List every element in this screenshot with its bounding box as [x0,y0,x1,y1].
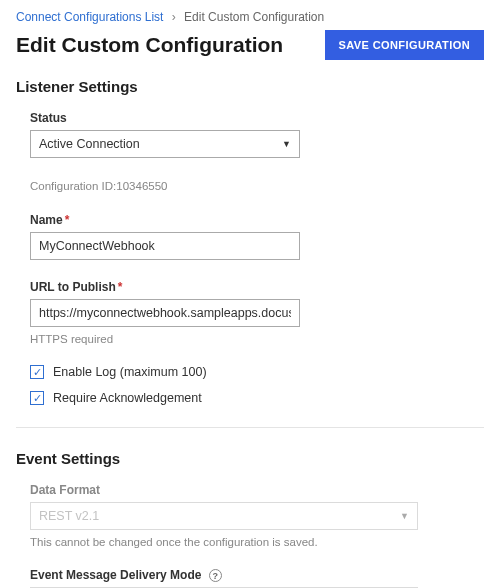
section-divider [16,427,484,428]
status-label: Status [30,111,484,125]
save-configuration-button[interactable]: SAVE CONFIGURATION [325,30,484,60]
enable-log-checkbox[interactable] [30,365,44,379]
event-settings-heading: Event Settings [16,450,484,467]
required-star-icon: * [65,213,70,227]
required-star-icon: * [118,280,123,294]
url-label: URL to Publish* [30,280,484,294]
require-acknowledgement-label: Require Acknowledgement [53,391,202,405]
data-format-label: Data Format [30,483,484,497]
name-label: Name* [30,213,484,227]
listener-settings-heading: Listener Settings [16,78,484,95]
configuration-id-value: 10346550 [116,180,167,192]
name-input[interactable] [30,232,300,260]
breadcrumb-parent-link[interactable]: Connect Configurations List [16,10,163,24]
page-title: Edit Custom Configuration [16,33,283,57]
enable-log-label: Enable Log (maximum 100) [53,365,207,379]
status-select[interactable]: Active Connection [30,130,300,158]
breadcrumb: Connect Configurations List › Edit Custo… [16,10,484,24]
data-format-select: REST v2.1 [30,502,418,530]
url-helper-text: HTTPS required [30,333,484,345]
data-format-helper-text: This cannot be changed once the configur… [30,536,484,548]
url-to-publish-input[interactable] [30,299,300,327]
breadcrumb-current: Edit Custom Configuration [184,10,324,24]
help-icon[interactable] [209,569,222,582]
configuration-id-label: Configuration ID: [30,180,116,192]
breadcrumb-separator: › [172,10,176,24]
require-acknowledgement-checkbox[interactable] [30,391,44,405]
delivery-mode-label: Event Message Delivery Mode [30,568,484,582]
